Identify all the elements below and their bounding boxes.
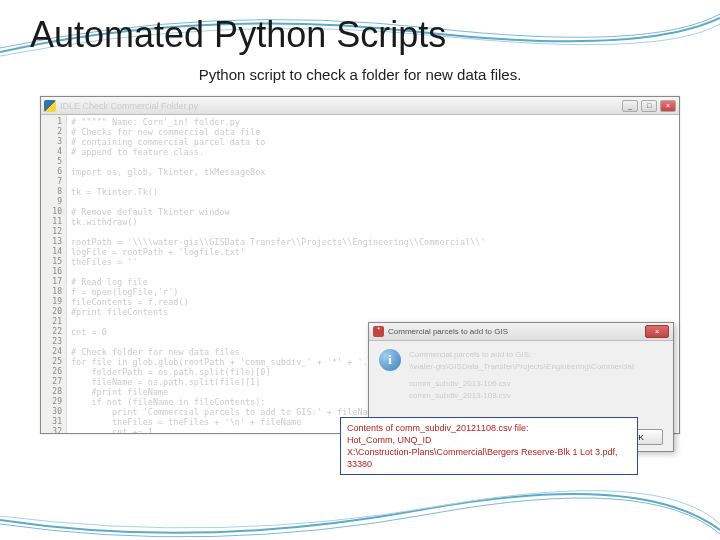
line-number: 26	[41, 367, 66, 377]
line-number: 18	[41, 287, 66, 297]
tooltip-line: Contents of comm_subdiv_20121108.csv fil…	[347, 422, 631, 434]
line-number: 14	[41, 247, 66, 257]
info-icon: i	[379, 349, 401, 371]
line-number: 7	[41, 177, 66, 187]
line-number: 12	[41, 227, 66, 237]
window-controls: _ □ ×	[622, 100, 676, 112]
line-number: 13	[41, 237, 66, 247]
line-number: 25	[41, 357, 66, 367]
line-number: 30	[41, 407, 66, 417]
messagebox-file: comm_subdiv_2013-108.csv	[409, 390, 663, 401]
messagebox-body: i Commercial parcels to add to GIS: \\wa…	[369, 341, 673, 410]
minimize-button[interactable]: _	[622, 100, 638, 112]
tooltip-line: Hot_Comm, UNQ_ID	[347, 434, 631, 446]
editor-window-title: IDLE Check Commercial Folder.py	[60, 101, 198, 111]
line-number: 16	[41, 267, 66, 277]
line-number: 10	[41, 207, 66, 217]
maximize-button[interactable]: □	[641, 100, 657, 112]
line-number: 23	[41, 337, 66, 347]
tooltip-line: X:\Construction-Plans\Commercial\Bergers…	[347, 446, 631, 470]
tk-icon: *	[373, 326, 384, 337]
line-number: 31	[41, 417, 66, 427]
slide-title: Automated Python Scripts	[30, 14, 446, 56]
line-number: 9	[41, 197, 66, 207]
editor-titlebar: IDLE Check Commercial Folder.py _ □ ×	[41, 97, 679, 115]
line-number: 22	[41, 327, 66, 337]
messagebox-heading: Commercial parcels to add to GIS:	[409, 349, 663, 360]
line-number: 2	[41, 127, 66, 137]
messagebox-text: Commercial parcels to add to GIS: \\wate…	[409, 349, 663, 402]
line-number: 8	[41, 187, 66, 197]
line-number: 29	[41, 397, 66, 407]
line-number: 27	[41, 377, 66, 387]
line-number: 20	[41, 307, 66, 317]
slide-subtitle: Python script to check a folder for new …	[0, 66, 720, 83]
line-number: 17	[41, 277, 66, 287]
close-button[interactable]: ×	[660, 100, 676, 112]
line-number: 28	[41, 387, 66, 397]
line-number: 19	[41, 297, 66, 307]
messagebox-titlebar: * Commercial parcels to add to GIS ×	[369, 323, 673, 341]
line-number: 32	[41, 427, 66, 433]
line-number: 3	[41, 137, 66, 147]
line-number: 21	[41, 317, 66, 327]
line-number: 24	[41, 347, 66, 357]
line-number: 6	[41, 167, 66, 177]
line-number: 5	[41, 157, 66, 167]
messagebox-file: comm_subdiv_2013-106.csv	[409, 378, 663, 389]
line-number: 11	[41, 217, 66, 227]
line-number: 4	[41, 147, 66, 157]
line-number: 1	[41, 117, 66, 127]
messagebox-close-button[interactable]: ×	[645, 325, 669, 338]
csv-contents-tooltip: Contents of comm_subdiv_20121108.csv fil…	[340, 417, 638, 475]
line-number: 15	[41, 257, 66, 267]
messagebox-path: \\water-gis\GISData_Transfer\Projects\En…	[409, 361, 663, 372]
python-icon	[44, 100, 56, 112]
line-number-gutter: 1234567891011121314151617181920212223242…	[41, 115, 67, 433]
messagebox-title: Commercial parcels to add to GIS	[388, 327, 508, 336]
